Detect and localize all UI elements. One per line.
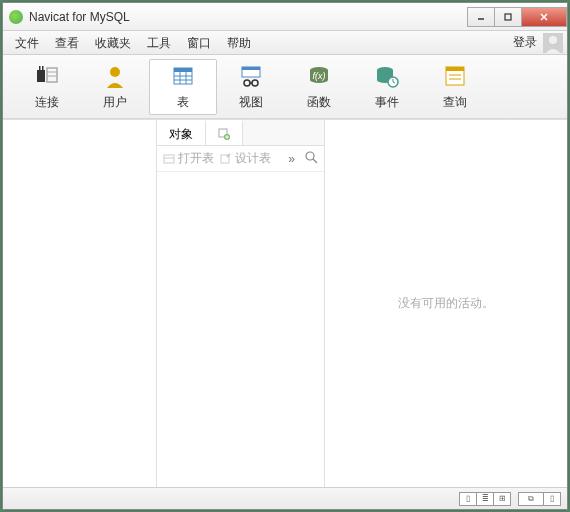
avatar-icon[interactable]	[543, 33, 563, 53]
activity-panel: 没有可用的活动。	[325, 120, 567, 487]
open-table-icon	[163, 153, 175, 165]
toolbar-view-label: 视图	[239, 94, 263, 111]
svg-point-11	[110, 67, 120, 77]
svg-line-40	[227, 154, 230, 157]
search-button[interactable]	[305, 151, 318, 167]
toolbar-user[interactable]: 用户	[81, 59, 149, 115]
toolbar-connect-label: 连接	[35, 94, 59, 111]
event-icon	[373, 62, 401, 90]
close-button[interactable]	[521, 7, 567, 27]
toolbar-query[interactable]: 查询	[421, 59, 489, 115]
main-toolbar: 连接 用户 表 视图 f(x) 函数 事件 查询	[3, 55, 567, 119]
toolbar-function[interactable]: f(x) 函数	[285, 59, 353, 115]
menu-tools[interactable]: 工具	[139, 31, 179, 55]
menu-view[interactable]: 查看	[47, 31, 87, 55]
view-mode-list[interactable]: ▯	[459, 492, 477, 506]
tab-new[interactable]	[206, 120, 243, 145]
view-mode-detail[interactable]: ≣	[476, 492, 494, 506]
plug-icon	[33, 62, 61, 90]
svg-rect-19	[242, 67, 260, 70]
main-body: 对象 打开表 设计表 »	[3, 119, 567, 487]
toolbar-query-label: 查询	[443, 94, 467, 111]
more-button[interactable]: »	[288, 152, 295, 166]
svg-point-20	[244, 80, 250, 86]
svg-rect-13	[174, 68, 192, 72]
statusbar: ▯ ≣ ⊞ ⧉ ▯	[3, 487, 567, 509]
design-table-label: 设计表	[235, 150, 271, 167]
svg-rect-7	[42, 66, 44, 71]
titlebar[interactable]: Navicat for MySQL	[3, 3, 567, 31]
svg-point-21	[252, 80, 258, 86]
svg-rect-8	[47, 68, 57, 82]
minimize-button[interactable]	[467, 7, 495, 27]
app-icon	[9, 10, 23, 24]
view-mode-er[interactable]: ⧉	[518, 492, 544, 506]
toolbar-event[interactable]: 事件	[353, 59, 421, 115]
svg-rect-1	[505, 14, 511, 20]
design-table-button[interactable]: 设计表	[220, 150, 271, 167]
maximize-button[interactable]	[494, 7, 522, 27]
open-table-label: 打开表	[178, 150, 214, 167]
svg-point-4	[549, 36, 557, 44]
menu-file[interactable]: 文件	[7, 31, 47, 55]
view-mode-collapse[interactable]: ▯	[543, 492, 561, 506]
toolbar-table-label: 表	[177, 94, 189, 111]
menu-window[interactable]: 窗口	[179, 31, 219, 55]
menu-help[interactable]: 帮助	[219, 31, 259, 55]
empty-activity-text: 没有可用的活动。	[398, 295, 494, 312]
design-table-icon	[220, 153, 232, 165]
toolbar-user-label: 用户	[103, 94, 127, 111]
window-controls	[468, 7, 567, 27]
object-panel: 对象 打开表 设计表 »	[157, 120, 325, 487]
tab-objects-label: 对象	[169, 122, 193, 146]
view-icon	[237, 62, 265, 90]
function-icon: f(x)	[305, 62, 333, 90]
toolbar-table[interactable]: 表	[149, 59, 217, 115]
view-mode-grid[interactable]: ⊞	[493, 492, 511, 506]
menu-favorites[interactable]: 收藏夹	[87, 31, 139, 55]
object-toolbar: 打开表 设计表 »	[157, 146, 324, 172]
svg-text:f(x): f(x)	[313, 71, 326, 81]
svg-rect-5	[37, 70, 45, 82]
toolbar-view[interactable]: 视图	[217, 59, 285, 115]
svg-line-42	[313, 159, 317, 163]
toolbar-function-label: 函数	[307, 94, 331, 111]
connection-tree[interactable]	[3, 120, 157, 487]
login-link[interactable]: 登录	[507, 34, 543, 51]
svg-rect-37	[164, 155, 174, 163]
app-window: Navicat for MySQL 文件 查看 收藏夹 工具 窗口 帮助 登录 …	[2, 2, 568, 510]
toolbar-event-label: 事件	[375, 94, 399, 111]
open-table-button[interactable]: 打开表	[163, 150, 214, 167]
window-title: Navicat for MySQL	[29, 10, 468, 24]
query-icon	[441, 62, 469, 90]
search-icon	[305, 151, 318, 164]
toolbar-connect[interactable]: 连接	[13, 59, 81, 115]
svg-rect-30	[446, 67, 464, 71]
object-list[interactable]	[157, 172, 324, 487]
table-icon	[169, 62, 197, 90]
svg-point-41	[306, 152, 314, 160]
svg-rect-6	[39, 66, 41, 71]
user-icon	[101, 62, 129, 90]
new-tab-icon	[218, 128, 230, 140]
menubar: 文件 查看 收藏夹 工具 窗口 帮助 登录	[3, 31, 567, 55]
tab-objects[interactable]: 对象	[157, 120, 206, 145]
object-tabs: 对象	[157, 120, 324, 146]
